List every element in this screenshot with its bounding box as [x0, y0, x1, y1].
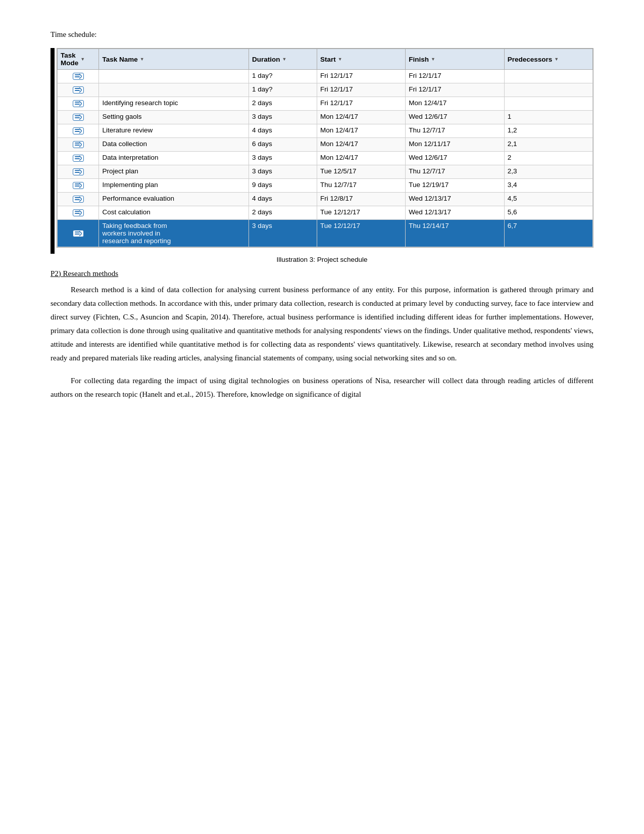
schedule-table: TaskMode ▼ Task Name ▼ Duration ▼ [57, 49, 593, 247]
table-header-row: TaskMode ▼ Task Name ▼ Duration ▼ [58, 49, 593, 70]
duration-cell: 4 days [249, 193, 317, 206]
finish-dropdown-icon[interactable]: ▼ [431, 57, 435, 62]
duration-cell: 4 days [249, 124, 317, 138]
task-mode-icon [73, 196, 84, 203]
svg-rect-5 [75, 104, 80, 105]
finish-cell: Thu 12/7/17 [406, 124, 505, 138]
svg-rect-15 [75, 172, 80, 173]
predecessors-cell: 2,3 [504, 165, 592, 179]
table-row: Setting gaols3 daysMon 12/4/17Wed 12/6/1… [58, 111, 593, 124]
svg-rect-9 [75, 131, 80, 132]
col-predecessors[interactable]: Predecessors ▼ [504, 49, 592, 70]
task-mode-icon [73, 182, 84, 189]
start-cell: Tue 12/12/17 [317, 220, 405, 247]
task-mode-cell [58, 138, 99, 152]
duration-dropdown-icon[interactable]: ▼ [282, 57, 287, 62]
duration-cell: 6 days [249, 138, 317, 152]
svg-rect-21 [75, 213, 80, 214]
table-row: Literature review4 daysMon 12/4/17Thu 12… [58, 124, 593, 138]
task-mode-cell [58, 97, 99, 111]
predecessors-cell [504, 97, 592, 111]
svg-rect-18 [75, 197, 80, 198]
task-mode-icon [73, 155, 84, 162]
task-mode-icon [73, 127, 84, 134]
table-row: Implementing plan9 daysThu 12/7/17Tue 12… [58, 179, 593, 193]
task-mode-cell [58, 220, 99, 247]
svg-rect-23 [75, 234, 80, 235]
task-mode-icon [73, 86, 84, 94]
table-row: Performance evaluation4 daysFri 12/8/17W… [58, 193, 593, 206]
col-duration[interactable]: Duration ▼ [249, 49, 317, 70]
table-caption: Illustration 3: Project schedule [51, 256, 593, 263]
task-mode-cell [58, 165, 99, 179]
finish-cell: Thu 12/14/17 [406, 220, 505, 247]
task-mode-icon [73, 141, 84, 148]
predecessors-cell: 5,6 [504, 206, 592, 220]
table-row: Cost calculation2 daysTue 12/12/17Wed 12… [58, 206, 593, 220]
col-finish[interactable]: Finish ▼ [406, 49, 505, 70]
start-cell: Mon 12/4/17 [317, 152, 405, 165]
start-cell: Fri 12/1/17 [317, 97, 405, 111]
task-mode-dropdown-icon[interactable]: ▼ [80, 57, 85, 62]
svg-rect-20 [75, 211, 80, 212]
svg-rect-3 [75, 90, 80, 91]
start-cell: Fri 12/1/17 [317, 83, 405, 97]
start-cell: Mon 12/4/17 [317, 124, 405, 138]
predecessors-cell: 6,7 [504, 220, 592, 247]
finish-cell: Mon 12/4/17 [406, 97, 505, 111]
duration-cell: 1 day? [249, 83, 317, 97]
svg-rect-13 [75, 158, 80, 159]
duration-cell: 3 days [249, 152, 317, 165]
duration-cell: 1 day? [249, 70, 317, 83]
start-dropdown-icon[interactable]: ▼ [338, 57, 342, 62]
predecessors-cell: 3,4 [504, 179, 592, 193]
task-mode-icon [73, 230, 84, 237]
start-cell: Fri 12/1/17 [317, 70, 405, 83]
finish-cell: Wed 12/6/17 [406, 111, 505, 124]
duration-cell: 3 days [249, 111, 317, 124]
svg-rect-19 [75, 199, 80, 200]
finish-cell: Tue 12/19/17 [406, 179, 505, 193]
svg-rect-1 [75, 76, 80, 77]
task-name-cell: Data interpretation [99, 152, 249, 165]
svg-rect-14 [75, 170, 80, 171]
duration-cell: 3 days [249, 220, 317, 247]
table-row: Identifying research topic2 daysFri 12/1… [58, 97, 593, 111]
task-mode-icon [73, 100, 84, 107]
task-name-dropdown-icon[interactable]: ▼ [140, 57, 144, 62]
task-mode-cell [58, 193, 99, 206]
table-row: 1 day?Fri 12/1/17Fri 12/1/17 [58, 70, 593, 83]
svg-rect-12 [75, 156, 80, 157]
col-start[interactable]: Start ▼ [317, 49, 405, 70]
time-schedule-label: Time schedule: [51, 30, 593, 39]
task-mode-cell [58, 179, 99, 193]
svg-rect-0 [75, 74, 80, 75]
finish-cell: Wed 12/6/17 [406, 152, 505, 165]
col-task-mode[interactable]: TaskMode ▼ [58, 49, 99, 70]
table-row: Project plan3 daysTue 12/5/17Thu 12/7/17… [58, 165, 593, 179]
svg-rect-6 [75, 115, 80, 116]
table-wrapper: TaskMode ▼ Task Name ▼ Duration ▼ [57, 48, 593, 248]
duration-cell: 2 days [249, 97, 317, 111]
duration-cell: 3 days [249, 165, 317, 179]
task-mode-cell [58, 152, 99, 165]
task-mode-icon [73, 73, 84, 80]
task-mode-cell [58, 206, 99, 220]
predecessors-cell [504, 70, 592, 83]
task-mode-cell [58, 70, 99, 83]
task-name-cell [99, 70, 249, 83]
task-mode-icon [73, 168, 84, 175]
task-name-cell: Taking feedback fromworkers involved inr… [99, 220, 249, 247]
task-name-cell: Setting gaols [99, 111, 249, 124]
left-indicator [51, 48, 55, 254]
svg-rect-11 [75, 145, 80, 146]
predecessors-cell: 4,5 [504, 193, 592, 206]
finish-cell: Wed 12/13/17 [406, 193, 505, 206]
task-name-cell: Cost calculation [99, 206, 249, 220]
task-mode-cell [58, 124, 99, 138]
finish-cell: Thu 12/7/17 [406, 165, 505, 179]
predecessors-dropdown-icon[interactable]: ▼ [554, 57, 559, 62]
finish-cell: Mon 12/11/17 [406, 138, 505, 152]
start-cell: Thu 12/7/17 [317, 179, 405, 193]
col-task-name[interactable]: Task Name ▼ [99, 49, 249, 70]
